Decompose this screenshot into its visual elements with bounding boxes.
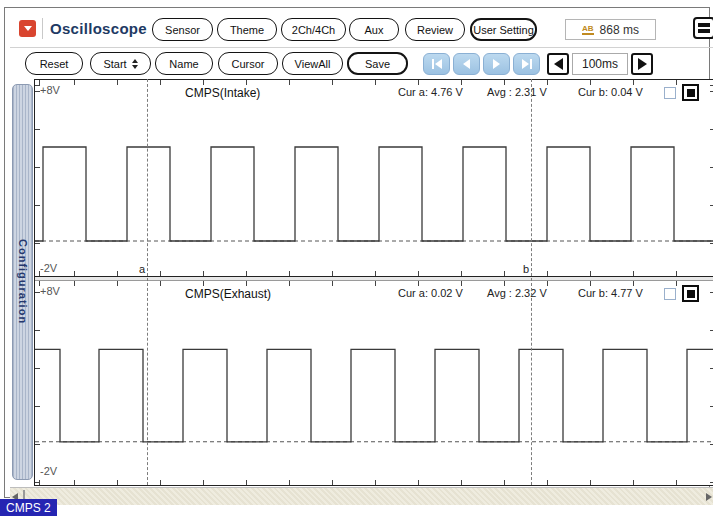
reset-button[interactable]: Reset bbox=[25, 52, 83, 75]
cursor-a-label: a bbox=[138, 263, 146, 275]
channel-2-x-ticks-bottom bbox=[35, 480, 713, 485]
user-setting-button-label: User Setting bbox=[473, 24, 534, 36]
timebase-decrease-button[interactable] bbox=[547, 53, 569, 75]
channel-1-option-checkbox[interactable] bbox=[664, 87, 676, 99]
channel-2-enable-checkbox[interactable] bbox=[682, 285, 699, 302]
start-spinner-icon[interactable] bbox=[132, 59, 138, 69]
app-title: Oscilloscope bbox=[50, 20, 147, 37]
go-first-button[interactable] bbox=[423, 53, 450, 75]
app-window: Oscilloscope Sensor Theme 2Ch/4Ch Aux Re… bbox=[4, 7, 710, 498]
channel-2-average-value: Avg : 2.32 V bbox=[487, 287, 547, 299]
viewall-button-label: ViewAll bbox=[295, 58, 331, 70]
aux-button-label: Aux bbox=[365, 24, 384, 36]
previous-icon bbox=[463, 59, 470, 69]
skip-start-icon bbox=[432, 59, 434, 69]
go-last-button[interactable] bbox=[513, 53, 540, 75]
channel-2-cursor-a-value: Cur a: 0.02 V bbox=[398, 287, 463, 299]
channel-2-title: CMPS(Exhaust) bbox=[185, 287, 271, 301]
start-button[interactable]: Start bbox=[90, 52, 151, 75]
sensor-button[interactable]: Sensor bbox=[152, 18, 213, 41]
titlebar-separator bbox=[42, 18, 43, 39]
cursor-b-line[interactable] bbox=[531, 79, 532, 485]
name-button-label: Name bbox=[169, 58, 198, 70]
cursor-button-label: Cursor bbox=[231, 58, 264, 70]
checkbox-checked-mark bbox=[687, 290, 695, 298]
time-readout-value: 868 ms bbox=[600, 23, 639, 37]
ab-cursor-time-icon: AB bbox=[582, 24, 594, 35]
toolbar-divider bbox=[10, 47, 713, 48]
user-setting-button[interactable]: User Setting bbox=[470, 18, 537, 41]
next-icon bbox=[493, 59, 500, 69]
channel-2-y-ticks-left bbox=[35, 281, 40, 485]
left-triangle-icon bbox=[554, 58, 563, 70]
configuration-panel-tab[interactable]: Configuration bbox=[12, 84, 33, 480]
horizontal-scrollbar[interactable] bbox=[10, 487, 713, 505]
configuration-panel-label: Configuration bbox=[17, 239, 29, 324]
go-previous-button[interactable] bbox=[453, 53, 480, 75]
checkbox-checked-mark bbox=[687, 89, 695, 97]
channel-1-bottom-voltage-label: -2V bbox=[40, 262, 57, 274]
aux-button[interactable]: Aux bbox=[349, 18, 399, 41]
name-button[interactable]: Name bbox=[155, 52, 213, 75]
channel-mode-button[interactable]: 2Ch/4Ch bbox=[281, 18, 346, 41]
list-menu-icon[interactable] bbox=[693, 17, 713, 39]
sensor-button-label: Sensor bbox=[165, 24, 200, 36]
theme-button-label: Theme bbox=[230, 24, 264, 36]
dropdown-arrow-icon bbox=[24, 26, 32, 31]
time-readout: AB 868 ms bbox=[565, 19, 656, 40]
cursor-button[interactable]: Cursor bbox=[218, 52, 278, 75]
scope-plot-area: +8V -2V CMPS(Intake) Cur a: 4.76 V Avg :… bbox=[34, 79, 713, 486]
start-button-label: Start bbox=[103, 58, 126, 70]
right-triangle-icon bbox=[638, 58, 647, 70]
channel-1-cursor-a-value: Cur a: 4.76 V bbox=[398, 86, 463, 98]
scrollbar-right-arrow-icon[interactable] bbox=[706, 493, 712, 501]
channel-2-x-ticks-top bbox=[35, 281, 713, 286]
review-button-label: Review bbox=[417, 24, 453, 36]
channel-1-cursor-b-value: Cur b: 0.04 V bbox=[578, 86, 643, 98]
viewall-button[interactable]: ViewAll bbox=[282, 52, 343, 75]
review-button[interactable]: Review bbox=[405, 18, 465, 41]
channel-2-bottom-voltage-label: -2V bbox=[40, 465, 57, 477]
cursor-b-label: b bbox=[522, 263, 530, 275]
channel-2-cursor-b-value: Cur b: 4.77 V bbox=[578, 287, 643, 299]
skip-end-icon bbox=[530, 59, 532, 69]
cursor-a-line[interactable] bbox=[147, 79, 148, 485]
channel-2-option-checkbox[interactable] bbox=[664, 288, 676, 300]
channel-2-waveform-trace bbox=[35, 281, 713, 485]
channel-1-x-ticks-bottom bbox=[35, 271, 713, 276]
channel-2: +8V -2V CMPS(Exhaust) Cur a: 0.02 V Avg … bbox=[35, 281, 713, 485]
reset-button-label: Reset bbox=[40, 58, 69, 70]
channel-1-x-ticks-top bbox=[35, 80, 713, 85]
go-next-button[interactable] bbox=[483, 53, 510, 75]
channel-1-average-value: Avg : 2.31 V bbox=[487, 86, 547, 98]
timebase-increase-button[interactable] bbox=[631, 53, 653, 75]
status-badge: CMPS 2 bbox=[0, 499, 57, 516]
channel-1: +8V -2V CMPS(Intake) Cur a: 4.76 V Avg :… bbox=[35, 80, 713, 277]
save-button-label: Save bbox=[365, 58, 390, 70]
channel-mode-button-label: 2Ch/4Ch bbox=[292, 24, 335, 36]
channel-1-waveform-trace bbox=[35, 80, 713, 276]
channel-2-top-voltage-label: +8V bbox=[40, 285, 60, 297]
timebase-value: 100ms bbox=[572, 53, 628, 75]
theme-button[interactable]: Theme bbox=[217, 18, 277, 41]
channel-1-top-voltage-label: +8V bbox=[40, 84, 60, 96]
channel-1-y-ticks-left bbox=[35, 80, 40, 276]
channel-1-title: CMPS(Intake) bbox=[185, 86, 260, 100]
channel-1-enable-checkbox[interactable] bbox=[682, 84, 699, 101]
save-button[interactable]: Save bbox=[347, 52, 408, 75]
app-menu-icon[interactable] bbox=[19, 20, 36, 37]
timebase-value-label: 100ms bbox=[582, 57, 618, 71]
